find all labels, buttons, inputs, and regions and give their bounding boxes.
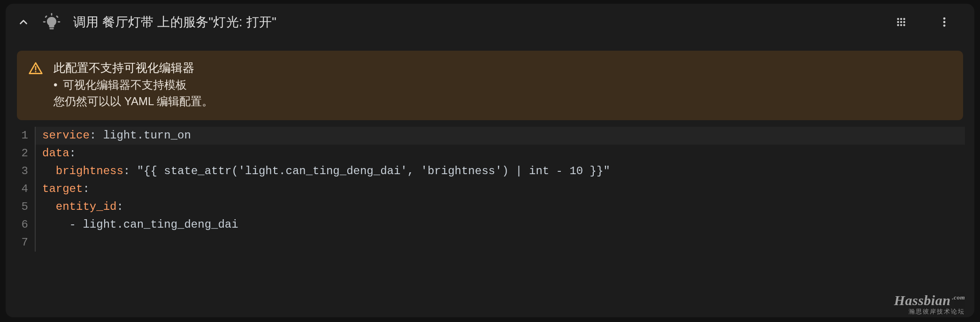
watermark-sub: 瀚思彼岸技术论坛 <box>894 308 965 314</box>
warning-icon <box>28 61 43 78</box>
yaml-key: service <box>42 129 90 142</box>
code-line: entity_id: <box>42 198 963 216</box>
yaml-value: "{{ state_attr('light.can_ting_deng_dai'… <box>137 165 610 177</box>
svg-point-17 <box>943 24 946 27</box>
svg-point-6 <box>897 18 899 20</box>
svg-point-12 <box>897 24 899 26</box>
svg-point-14 <box>903 24 905 26</box>
code-line: target: <box>42 180 963 198</box>
svg-point-11 <box>903 21 905 23</box>
warning-footer: 您仍然可以以 YAML 编辑配置。 <box>54 93 213 110</box>
watermark-domain: .com <box>952 294 965 300</box>
svg-rect-0 <box>43 21 46 23</box>
code-line: brightness: "{{ state_attr('light.can_ti… <box>42 162 963 180</box>
svg-rect-4 <box>56 15 59 18</box>
svg-rect-5 <box>49 28 54 30</box>
yaml-key: entity_id <box>56 200 117 213</box>
reorder-button[interactable] <box>892 13 911 31</box>
svg-point-15 <box>943 17 946 20</box>
warning-body: 此配置不支持可视化编辑器 可视化编辑器不支持模板 您仍然可以以 YAML 编辑配… <box>54 59 213 110</box>
yaml-key: data <box>42 147 69 160</box>
collapse-button[interactable] <box>17 15 30 29</box>
lightbulb-on-icon <box>41 12 62 32</box>
code-line: - light.can_ting_deng_dai <box>42 216 963 234</box>
action-type-icon <box>41 12 62 32</box>
visual-editor-warning: 此配置不支持可视化编辑器 可视化编辑器不支持模板 您仍然可以以 YAML 编辑配… <box>17 51 963 120</box>
line-number: 7 <box>17 234 29 252</box>
line-gutter: 1 2 3 4 5 6 7 <box>17 127 36 252</box>
svg-point-9 <box>897 21 899 23</box>
line-number: 5 <box>17 198 29 216</box>
yaml-editor[interactable]: 1 2 3 4 5 6 7 service: light.turn_on dat… <box>17 127 963 252</box>
warning-reason: 可视化编辑器不支持模板 <box>54 77 213 93</box>
service-call-card: 调用 餐厅灯带 上的服务"灯光: 打开" <box>6 4 974 317</box>
yaml-value: light.can_ting_deng_dai <box>83 218 238 231</box>
svg-point-8 <box>903 18 905 20</box>
code-line: service: light.turn_on <box>36 127 965 145</box>
line-number: 2 <box>17 145 29 162</box>
card-header: 调用 餐厅灯带 上的服务"灯光: 打开" <box>6 4 974 40</box>
warning-title: 此配置不支持可视化编辑器 <box>54 59 213 76</box>
line-number: 1 <box>17 127 29 145</box>
code-line <box>42 234 963 252</box>
svg-rect-3 <box>45 15 47 18</box>
overflow-menu-button[interactable] <box>935 13 954 31</box>
line-number: 3 <box>17 162 29 180</box>
watermark: Hassbian.com 瀚思彼岸技术论坛 <box>894 293 965 314</box>
svg-point-16 <box>943 21 946 23</box>
yaml-value: light.turn_on <box>103 129 191 142</box>
yaml-key: brightness <box>56 165 123 177</box>
svg-rect-1 <box>58 21 61 23</box>
svg-rect-2 <box>51 13 53 16</box>
header-left: 调用 餐厅灯带 上的服务"灯光: 打开" <box>17 12 892 32</box>
header-right <box>892 13 963 31</box>
line-number: 4 <box>17 180 29 198</box>
svg-point-10 <box>900 21 902 23</box>
dialpad-icon <box>895 16 907 28</box>
yaml-key: target <box>42 183 83 195</box>
svg-point-13 <box>900 24 902 26</box>
line-number: 6 <box>17 216 29 234</box>
chevron-up-icon <box>17 16 30 28</box>
watermark-main: Hassbian <box>894 293 951 307</box>
code-area[interactable]: service: light.turn_on data: brightness:… <box>36 127 963 252</box>
card-title: 调用 餐厅灯带 上的服务"灯光: 打开" <box>73 14 276 31</box>
svg-point-7 <box>900 18 902 20</box>
code-line: data: <box>42 145 963 162</box>
dots-vertical-icon <box>938 16 950 28</box>
svg-point-19 <box>35 71 37 72</box>
